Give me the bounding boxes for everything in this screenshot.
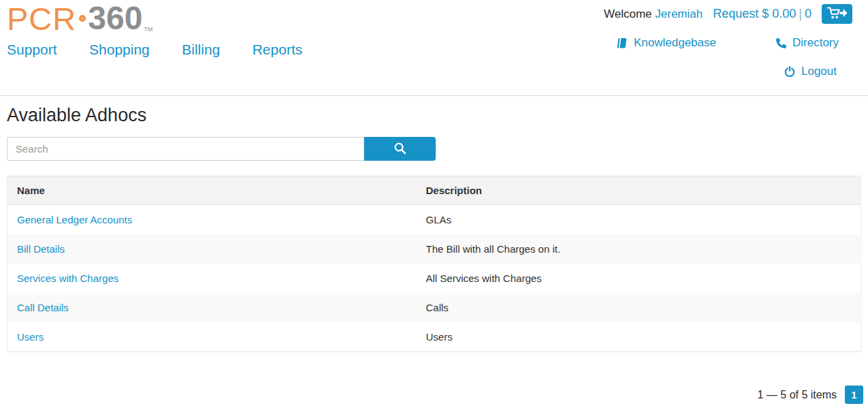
cart-checkout-button[interactable] [822,4,852,24]
trademark-label: TM [144,26,152,33]
main-content: Available Adhocs Name Description Genera… [0,105,868,352]
adhoc-link-general-ledger-accounts[interactable]: General Ledger Accounts [17,214,132,225]
search-button[interactable] [364,137,436,161]
logout-label: Logout [801,65,837,78]
nav-item-billing[interactable]: Billing [182,42,220,57]
welcome-label: Welcome [604,7,652,20]
book-icon [616,37,628,49]
adhoc-link-call-details[interactable]: Call Details [17,302,69,313]
column-header-name: Name [7,176,417,205]
table-header-row: Name Description [7,176,861,205]
adhoc-link-services-with-charges[interactable]: Services with Charges [17,272,118,284]
knowledgebase-link[interactable]: Knowledgebase [616,36,716,50]
cart-arrow-right-icon [826,5,848,22]
items-count-summary: 1 — 5 of 5 items [758,389,837,401]
adhoc-description: Calls [417,293,861,322]
request-count: 0 [805,7,811,20]
page-header: PCR 360 TM Support Shopping Billing Repo… [0,0,868,96]
username-link[interactable]: Jeremiah [655,7,703,20]
logo-text-pcr: PCR [7,3,76,35]
adhoc-link-users[interactable]: Users [17,331,44,343]
adhocs-table: Name Description General Ledger Accounts… [7,176,861,352]
table-row: Services with Charges All Services with … [7,264,861,293]
adhoc-description: All Services with Charges [417,264,861,293]
search-bar [7,137,436,161]
knowledgebase-label: Knowledgebase [634,36,716,50]
magnifier-icon [393,142,406,157]
power-icon [784,66,795,77]
directory-link[interactable]: Directory [776,36,839,50]
search-input[interactable] [7,137,364,161]
request-cart-summary[interactable]: Request $ 0.00|0 [713,7,811,21]
table-row: Users Users [7,322,861,352]
logo-text-360: 360 [88,2,142,35]
logout-link[interactable]: Logout [784,65,837,78]
nav-item-support[interactable]: Support [7,42,57,57]
table-row: Call Details Calls [7,293,861,322]
column-header-description: Description [417,176,861,205]
pagination: 1 — 5 of 5 items 1 [758,386,864,404]
pcr360-logo[interactable]: PCR 360 TM [7,2,152,35]
adhoc-link-bill-details[interactable]: Bill Details [17,243,65,255]
nav-item-reports[interactable]: Reports [253,42,303,57]
header-top-right: Welcome Jeremiah Request $ 0.00|0 [604,4,852,24]
page-title: Available Adhocs [7,105,861,126]
table-row: Bill Details The Bill with all Charges o… [7,234,861,264]
main-nav: Support Shopping Billing Reports [7,42,332,58]
degree-circle-icon [79,15,86,22]
table-row: General Ledger Accounts GLAs [7,205,861,235]
page-number-button[interactable]: 1 [845,386,863,404]
request-amount: Request $ 0.00 [713,7,796,20]
nav-item-shopping[interactable]: Shopping [89,42,150,57]
directory-label: Directory [792,36,839,50]
request-separator: | [796,7,805,20]
adhoc-description: The Bill with all Charges on it. [417,234,861,264]
phone-icon [776,38,786,48]
welcome-text: Welcome Jeremiah [604,7,703,21]
adhoc-description: GLAs [417,205,861,235]
adhoc-description: Users [417,322,861,352]
